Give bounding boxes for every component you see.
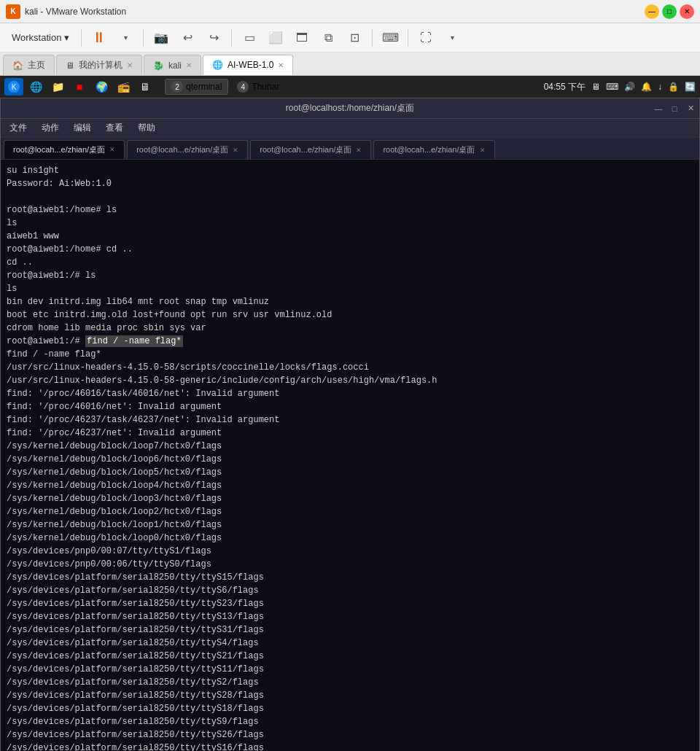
terminal-tab-3-label: root@locah...e/zhian/桌面 xyxy=(260,144,351,155)
firefox-icon[interactable]: 🌐 xyxy=(26,78,45,96)
terminal-line xyxy=(7,190,693,203)
tab-mypc[interactable]: 🖥 我的计算机 ✕ xyxy=(56,55,142,75)
thunar-taskbar-item[interactable]: 4 Thunar xyxy=(231,79,285,94)
network-tray-icon[interactable]: ↓ xyxy=(658,82,662,92)
view-button-5[interactable]: ⊡ xyxy=(343,26,366,50)
toolbar-separator-4 xyxy=(372,29,373,47)
clock-display: 04:55 下午 xyxy=(544,81,586,93)
terminal-line: find: '/proc/46237/net': Invalid argumen… xyxy=(7,427,693,440)
window-title: kali - VMware Workstation xyxy=(25,7,645,17)
toolbar-separator-3 xyxy=(231,29,232,47)
revert-button[interactable]: ↩ xyxy=(176,26,199,50)
terminal-line: /sys/devices/pnp0/00:06/tty/ttyS0/flags xyxy=(7,558,693,571)
menu-file[interactable]: 文件 xyxy=(7,120,30,136)
view-button-2[interactable]: ⬜ xyxy=(264,26,287,50)
lock-tray-icon[interactable]: 🔒 xyxy=(668,82,679,92)
terminal-line: /sys/devices/platform/serial8250/tty/tty… xyxy=(7,623,693,637)
view-button-4[interactable]: ⧉ xyxy=(316,26,340,50)
terminal-line: Password: Ai:Web:1.0 xyxy=(7,177,693,190)
volume-tray-icon[interactable]: 🔊 xyxy=(624,82,635,92)
window-controls[interactable]: — □ ✕ xyxy=(645,4,694,19)
terminal-maximize-button[interactable]: □ xyxy=(669,103,680,114)
tab-kali[interactable]: 🐉 kali ✕ xyxy=(144,55,201,75)
toolbar-separator-2 xyxy=(143,29,144,47)
terminal-tab-2-close[interactable]: ✕ xyxy=(233,147,238,154)
kali-logo-icon[interactable]: K xyxy=(4,78,23,96)
toolbar-separator-1 xyxy=(81,29,82,47)
terminal-tab-1[interactable]: root@locah...e/zhian/桌面 ✕ xyxy=(4,140,125,159)
terminal-window-controls[interactable]: — □ ✕ xyxy=(653,103,696,114)
terminal-line: /sys/kernel/debug/block/loop4/hctx0/flag… xyxy=(7,479,693,492)
tab-aiweb-label: AI-WEB-1.0 xyxy=(228,60,273,70)
tab-home[interactable]: 🏠 主页 xyxy=(3,55,55,75)
menu-actions[interactable]: 动作 xyxy=(39,120,62,136)
terminal-line: /sys/devices/platform/serial8250/tty/tty… xyxy=(7,715,693,728)
web-icon: 🌐 xyxy=(212,60,223,70)
terminal-line: cd .. xyxy=(7,256,693,269)
terminal-line: find: '/proc/46016/task/46016/net': Inva… xyxy=(7,387,693,400)
vm-tab-bar: 🏠 主页 🖥 我的计算机 ✕ 🐉 kali ✕ 🌐 AI-WEB-1.0 ✕ xyxy=(0,52,700,76)
fullscreen-dropdown[interactable]: ▾ xyxy=(440,26,464,50)
network-icon[interactable]: 🌍 xyxy=(92,78,111,96)
files-icon[interactable]: 📁 xyxy=(48,78,67,96)
pause-button[interactable]: ⏸ xyxy=(88,26,111,50)
kali-icon: 🐉 xyxy=(153,61,164,71)
app-icon: K xyxy=(6,4,20,19)
terminal-line: /sys/kernel/debug/block/loop0/hctx0/flag… xyxy=(7,532,693,545)
terminal-content[interactable]: su ins1ghtPassword: Ai:Web:1.0 root@aiwe… xyxy=(1,160,699,751)
tab-mypc-close[interactable]: ✕ xyxy=(127,61,133,69)
terminal-line: boot etc initrd.img.old lost+found opt r… xyxy=(7,308,693,322)
workstation-label: Workstation xyxy=(12,32,61,43)
redapp-icon[interactable]: ■ xyxy=(70,78,89,96)
pause-dropdown[interactable]: ▾ xyxy=(114,26,137,50)
terminal-line: /sys/kernel/debug/block/loop3/hctx0/flag… xyxy=(7,492,693,505)
tab-aiweb-close[interactable]: ✕ xyxy=(278,61,284,69)
qterminal-taskbar-item[interactable]: 2 qterminal xyxy=(165,79,228,95)
svg-text:K: K xyxy=(12,83,17,91)
maximize-button[interactable]: □ xyxy=(662,4,677,19)
terminal-menubar: 文件 动作 编辑 查看 帮助 xyxy=(1,119,699,138)
menu-help[interactable]: 帮助 xyxy=(135,120,158,136)
terminal-tab-1-label: root@locah...e/zhian/桌面 xyxy=(13,144,105,155)
workstation-menu[interactable]: Workstation ▾ xyxy=(6,29,75,46)
notification-tray-icon[interactable]: 🔔 xyxy=(641,82,652,92)
snapshot-button[interactable]: 📷 xyxy=(149,26,173,50)
terminal-line: /sys/devices/platform/serial8250/tty/tty… xyxy=(7,702,693,715)
terminal-line: find: '/proc/46016/net': Invalid argumen… xyxy=(7,400,693,413)
terminal-tab-2[interactable]: root@locah...e/zhian/桌面 ✕ xyxy=(127,140,248,159)
minimize-button[interactable]: — xyxy=(645,4,659,19)
monitor-tray-icon[interactable]: 🖥 xyxy=(591,82,600,92)
dropdown-chevron-icon: ▾ xyxy=(64,32,69,43)
console-button[interactable]: ⌨ xyxy=(378,26,402,50)
terminal-tab-1-close[interactable]: ✕ xyxy=(109,146,115,153)
menu-edit[interactable]: 编辑 xyxy=(71,120,94,136)
terminal-line: /sys/kernel/debug/block/loop1/hctx0/flag… xyxy=(7,518,693,532)
close-button[interactable]: ✕ xyxy=(680,4,694,19)
terminal-line: ls xyxy=(7,217,693,230)
terminal-line: /sys/devices/platform/serial8250/tty/tty… xyxy=(7,571,693,584)
tab-kali-label: kali xyxy=(168,61,182,71)
tab-kali-close[interactable]: ✕ xyxy=(186,61,192,69)
terminal-tab-3[interactable]: root@locah...e/zhian/桌面 ✕ xyxy=(250,140,371,159)
terminal-line: root@aiweb1:/# ls xyxy=(7,269,693,282)
menu-view[interactable]: 查看 xyxy=(103,120,126,136)
fullscreen-button[interactable]: ⛶ xyxy=(414,26,438,50)
terminal-line: root@aiweb1:/home# ls xyxy=(7,203,693,217)
terminal-icon[interactable]: 🖥 xyxy=(136,78,155,96)
terminal-minimize-button[interactable]: — xyxy=(653,103,664,114)
terminal-line: /sys/devices/platform/serial8250/tty/tty… xyxy=(7,742,693,751)
terminal-close-button[interactable]: ✕ xyxy=(685,103,696,114)
snapshot-manager-button[interactable]: ↪ xyxy=(202,26,225,50)
terminal-tab-4[interactable]: root@locah...e/zhian/桌面 ✕ xyxy=(373,140,494,159)
qterminal-number-badge: 2 xyxy=(171,81,183,93)
tab-aiweb[interactable]: 🌐 AI-WEB-1.0 ✕ xyxy=(203,55,293,75)
keyboard-tray-icon[interactable]: ⌨ xyxy=(606,82,618,92)
view-button-1[interactable]: ▭ xyxy=(238,26,261,50)
view-button-3[interactable]: 🗖 xyxy=(290,26,314,50)
radio-icon[interactable]: 📻 xyxy=(114,78,133,96)
refresh-tray-icon[interactable]: 🔄 xyxy=(685,82,696,92)
terminal-line: /usr/src/linux-headers-4.15.0-58/scripts… xyxy=(7,361,693,374)
terminal-tab-4-close[interactable]: ✕ xyxy=(480,147,486,154)
terminal-tab-3-close[interactable]: ✕ xyxy=(356,147,362,154)
terminal-line: su ins1ght xyxy=(7,164,693,177)
